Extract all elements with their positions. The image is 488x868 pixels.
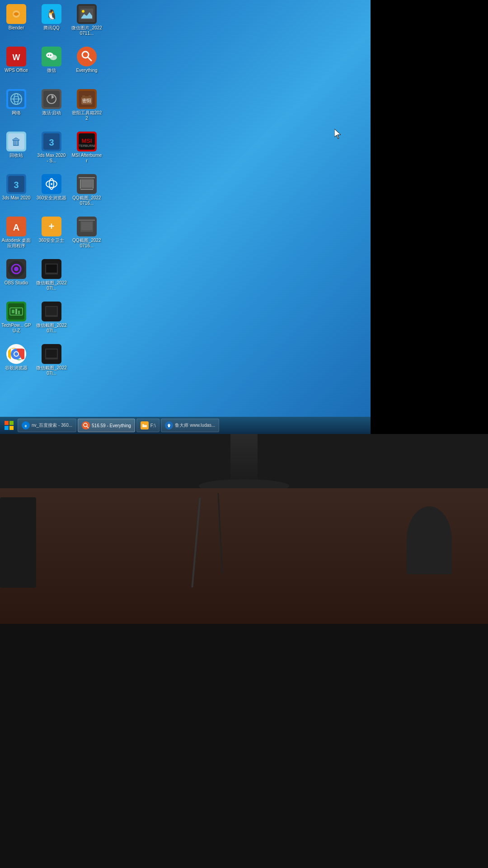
wechatjt3-icon-item[interactable]: 微信截图_202207i... [35,342,68,383]
max3ds2020s-icon: 3 [42,132,61,151]
wechatjt3-label: 微信截图_202207i... [36,365,67,376]
monitor-area: Blender W WPS Office [0,0,488,868]
svg-rect-52 [46,349,57,358]
max3ds2020s-icon-item[interactable]: 3 3ds Max 2020 - S... [35,130,68,170]
qqjietuold2-icon-item[interactable]: QQ截图_20220716... [70,215,103,255]
recycle-icon: 🗑 [6,132,26,151]
qqjietuold2-label: QQ截图_20220716... [71,238,102,249]
safe360-icon-item[interactable]: + 360安全卫士 [35,215,68,255]
network-icon [6,89,26,109]
svg-rect-49 [46,307,57,315]
miyangjuba-icon: 密阳 [77,89,97,109]
everything-icon [77,47,97,66]
recycle-label: 回收站 [9,153,23,158]
wechatjt3-icon [42,344,61,364]
wechatjt2-label: 微信截图_202207l... [36,323,67,334]
chrome-icon [6,344,26,364]
ie360-icon-item[interactable]: 360安全浏览器 [35,172,68,213]
taskbar-explorer-icon [141,421,149,429]
safe360-icon: + [42,217,61,236]
svg-point-41 [51,183,52,185]
wps-icon-item[interactable]: W WPS Office [0,45,33,85]
qqjietuold2-icon [77,217,97,236]
everything-icon-item[interactable]: Everything [70,45,103,85]
everything-label: Everything [76,68,97,73]
activate-icon-item[interactable]: 激活·启动 [35,87,68,128]
techpow-icon [6,302,26,321]
taskbar-explorer-label: F:\ [150,423,156,428]
blender-icon-item[interactable]: Blender [0,2,33,43]
svg-point-33 [50,55,52,56]
start-button[interactable] [2,419,16,432]
desk-area [0,434,488,868]
svg-rect-80 [9,421,14,425]
svg-rect-21 [15,309,17,314]
wechatimg-icon [77,4,97,24]
taskbar-item-explorer[interactable]: F:\ [136,419,160,432]
svg-text:AFTERBURNER: AFTERBURNER [79,144,95,147]
network-icon-item[interactable]: 网络 [0,87,33,128]
max3ds2020-icon-item[interactable]: 3 3ds Max 2020 [0,172,33,213]
autodesk-icon-item[interactable]: A Autodesk 桌面应用程序 [0,215,33,255]
taskbar-item-ludashi[interactable]: 鲁大师 www.ludas... [161,419,219,432]
safe360-label: 360安全卫士 [39,238,65,243]
wechatjt2-icon-item[interactable]: 微信截图_202207l... [35,300,68,340]
wechat-icon-item[interactable]: 微信 [35,45,68,85]
wechatjt1-label: 微信截图_202207l... [36,280,67,291]
max3ds2020-label: 3ds Max 2020 [2,195,31,201]
taskbar-item-everything[interactable]: 516.59 - Everything [78,419,135,432]
svg-text:+: + [49,221,55,232]
taskbar-item-browser360[interactable]: e nv_百度搜索 - 360... [18,419,76,432]
svg-text:e: e [24,424,27,428]
wechat-icon [42,47,61,66]
taskbar-everything-label: 516.59 - Everything [92,423,131,428]
qqtencent-icon-item[interactable]: 🐧 腾讯QQ [35,2,68,43]
msi-icon-item[interactable]: MSI AFTERBURNER MSI Afterburner [70,130,103,170]
left-device [0,497,36,588]
wechatjt1-icon [42,259,61,279]
svg-text:🗑: 🗑 [11,136,21,147]
svg-rect-82 [9,426,14,430]
svg-rect-22 [18,311,20,314]
cable-2 [217,493,223,574]
svg-text:🐧: 🐧 [46,9,58,21]
svg-point-32 [48,55,49,56]
svg-point-56 [79,48,95,65]
techpow-label: TechPow... GPU-Z [1,323,32,334]
taskbar-ludashi-icon [165,421,173,429]
obs-icon-item[interactable]: OBS Studio [0,257,33,298]
autodesk-label: Autodesk 桌面应用程序 [1,238,32,249]
chrome-icon-item[interactable]: 谷歌浏览器 [0,342,33,383]
icon-column-2: 🐧 腾讯QQ 微信 [35,0,68,383]
wechatjt1-icon-item[interactable]: 微信截图_202207l... [35,257,68,298]
svg-point-26 [14,352,18,356]
mouse-cursor [334,129,341,138]
svg-text:3: 3 [14,180,19,190]
icon-column-1: Blender W WPS Office [0,0,33,383]
max3ds2020s-label: 3ds Max 2020 - S... [36,153,67,164]
svg-text:密阳: 密阳 [82,98,91,103]
recycle-icon-item[interactable]: 🗑 回收站 [0,130,33,170]
obs-label: OBS Studio [5,280,28,286]
msi-icon: MSI AFTERBURNER [77,132,97,151]
wechatimg-icon-item[interactable]: 微信图片_20220711... [70,2,103,43]
techpow-icon-item[interactable]: TechPow... GPU-Z [0,300,33,340]
right-device [407,506,452,574]
qqtencent-icon: 🐧 [42,4,61,24]
svg-rect-46 [46,264,57,273]
activate-icon [42,89,61,109]
desktop: Blender W WPS Office [0,0,371,434]
taskbar: e nv_百度搜索 - 360... 516.59 - Everything [0,417,371,434]
miyangjuba-icon-item[interactable]: 密阳 密阳工具箱2022 [70,87,103,128]
blender-label: Blender [9,25,24,31]
svg-rect-76 [81,222,92,230]
svg-text:MSI: MSI [81,137,92,144]
chrome-label: 谷歌浏览器 [5,365,28,371]
ie360-label: 360安全浏览器 [37,195,67,201]
taskbar-browser360-icon: e [22,421,30,429]
blender-icon [6,4,26,24]
svg-rect-79 [5,421,9,425]
taskbar-everything-icon [82,421,90,429]
qqjietuold-icon-item[interactable]: QQ截图_20220716... [70,172,103,213]
taskbar-browser360-label: nv_百度搜索 - 360... [32,422,72,429]
